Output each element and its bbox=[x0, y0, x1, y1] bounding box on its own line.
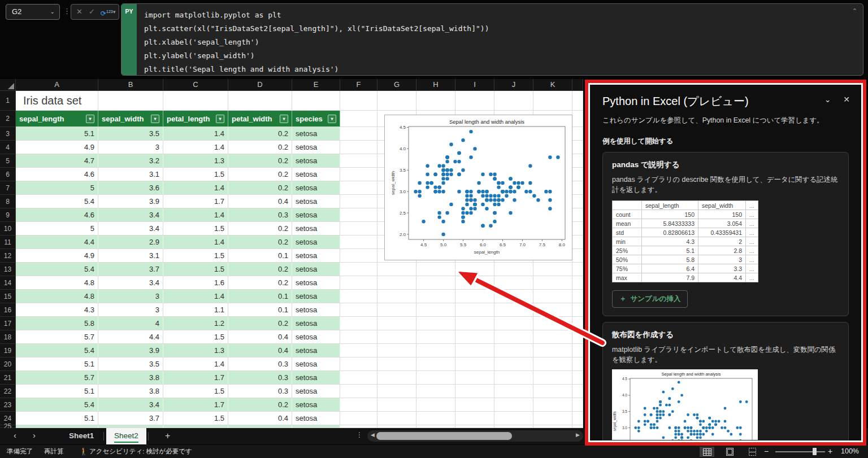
grid-cell[interactable] bbox=[340, 303, 377, 317]
grid-cell[interactable]: setosa bbox=[292, 276, 340, 290]
grid-cell[interactable]: 3.2 bbox=[98, 154, 163, 168]
grid-cell[interactable] bbox=[572, 290, 583, 303]
grid-cell[interactable]: 3.4 bbox=[98, 222, 163, 235]
filter-dropdown-icon[interactable]: ▾ bbox=[328, 115, 336, 123]
grid-cell[interactable] bbox=[377, 303, 416, 317]
grid-cell[interactable]: 3.8 bbox=[98, 371, 163, 385]
grid-cell[interactable]: sepal_length▾ bbox=[16, 111, 98, 127]
grid-cell[interactable]: setosa bbox=[292, 330, 340, 344]
grid-cell[interactable]: 4.3 bbox=[16, 303, 98, 317]
grid-cell[interactable] bbox=[340, 141, 377, 154]
grid-cell[interactable]: 3 bbox=[98, 303, 163, 317]
scroll-right-icon[interactable]: ▶ bbox=[576, 432, 580, 438]
close-icon[interactable]: ✕ bbox=[843, 95, 850, 104]
grid-cell[interactable] bbox=[377, 290, 416, 303]
grid-cell[interactable] bbox=[340, 371, 377, 385]
grid-cell[interactable] bbox=[572, 371, 583, 385]
grid-cell[interactable]: 1.4 bbox=[163, 127, 228, 141]
grid-cell[interactable] bbox=[533, 276, 572, 290]
grid-cell[interactable]: setosa bbox=[292, 317, 340, 330]
grid-cell[interactable]: 5.4 bbox=[16, 344, 98, 357]
sheet-tab-sheet2[interactable]: Sheet2 bbox=[106, 428, 146, 444]
grid-cell[interactable] bbox=[416, 344, 455, 357]
row-header[interactable]: 6 bbox=[0, 168, 16, 181]
grid-cell[interactable]: 4.9 bbox=[16, 141, 98, 154]
grid-cell[interactable] bbox=[340, 357, 377, 371]
grid-cell[interactable]: 4.6 bbox=[16, 208, 98, 222]
formula-code[interactable]: import matplotlib.pyplot as pltplt.scatt… bbox=[144, 8, 846, 73]
grid-cell[interactable]: setosa bbox=[292, 222, 340, 235]
grid-cell[interactable]: 1.5 bbox=[163, 385, 228, 398]
grid-cell[interactable]: 5.4 bbox=[16, 398, 98, 412]
column-header-H[interactable]: H bbox=[416, 79, 455, 91]
row-header[interactable]: 14 bbox=[0, 276, 16, 290]
grid-cell[interactable]: 4.4 bbox=[16, 235, 98, 249]
grid-cell[interactable]: setosa bbox=[292, 398, 340, 412]
grid-cell[interactable] bbox=[494, 91, 533, 111]
row-header[interactable]: 18 bbox=[0, 330, 16, 344]
grid-cell[interactable] bbox=[533, 398, 572, 412]
grid-cell[interactable]: 1.5 bbox=[163, 412, 228, 425]
grid-cell[interactable] bbox=[340, 154, 377, 168]
row-header[interactable]: 16 bbox=[0, 303, 16, 317]
grid-cell[interactable] bbox=[340, 317, 377, 330]
grid-cell[interactable]: 0.3 bbox=[228, 357, 292, 371]
grid-cell[interactable]: setosa bbox=[292, 303, 340, 317]
grid-cell[interactable] bbox=[416, 412, 455, 425]
grid-cell[interactable]: setosa bbox=[292, 371, 340, 385]
grid-cell[interactable]: setosa bbox=[292, 154, 340, 168]
grid-cell[interactable] bbox=[572, 208, 583, 222]
row-header[interactable]: 20 bbox=[0, 357, 16, 371]
grid-cell[interactable]: 5.1 bbox=[16, 127, 98, 141]
grid-cell[interactable]: setosa bbox=[292, 290, 340, 303]
grid-cell[interactable] bbox=[163, 91, 228, 111]
row-header[interactable]: 22 bbox=[0, 385, 16, 398]
grid-cell[interactable] bbox=[572, 111, 583, 127]
grid-cell[interactable]: 4.8 bbox=[16, 276, 98, 290]
filter-dropdown-icon[interactable]: ▾ bbox=[216, 115, 224, 123]
grid-cell[interactable] bbox=[455, 290, 494, 303]
grid-cell[interactable]: setosa bbox=[292, 263, 340, 276]
grid-cell[interactable] bbox=[572, 127, 583, 141]
grid-cell[interactable]: 1.4 bbox=[163, 290, 228, 303]
grid-cell[interactable]: 1.5 bbox=[163, 168, 228, 181]
formula-code-line[interactable]: plt.title('Sepal length and width analys… bbox=[144, 63, 846, 76]
enter-icon[interactable]: ✓ bbox=[89, 5, 95, 19]
column-header-F[interactable]: F bbox=[340, 79, 377, 91]
more-options-icon[interactable]: ⋮ bbox=[356, 431, 363, 439]
grid-cell[interactable] bbox=[416, 276, 455, 290]
grid-cell[interactable] bbox=[340, 398, 377, 412]
grid-cell[interactable] bbox=[572, 263, 583, 276]
grid-cell[interactable]: 3.6 bbox=[98, 181, 163, 195]
grid-cell[interactable]: Iris data set bbox=[16, 91, 98, 111]
grid-cell[interactable] bbox=[377, 398, 416, 412]
grid-cell[interactable] bbox=[377, 317, 416, 330]
grid-cell[interactable]: 3.4 bbox=[98, 276, 163, 290]
grid-cell[interactable]: 3.8 bbox=[98, 385, 163, 398]
grid-cell[interactable] bbox=[340, 412, 377, 425]
grid-cell[interactable] bbox=[494, 276, 533, 290]
filter-dropdown-icon[interactable]: ▾ bbox=[86, 115, 94, 123]
grid-cell[interactable] bbox=[340, 290, 377, 303]
column-header-J[interactable]: J bbox=[494, 79, 533, 91]
grid-cell[interactable]: 1.7 bbox=[163, 398, 228, 412]
grid-cell[interactable]: setosa bbox=[292, 195, 340, 208]
grid-cell[interactable]: 0.2 bbox=[228, 154, 292, 168]
grid-cell[interactable] bbox=[533, 357, 572, 371]
grid-cell[interactable]: 4.8 bbox=[16, 290, 98, 303]
grid-cell[interactable] bbox=[455, 276, 494, 290]
grid-cell[interactable]: 1.4 bbox=[163, 357, 228, 371]
formula-code-line[interactable]: plt.xlabel('sepal_length') bbox=[144, 36, 846, 49]
grid-cell[interactable]: 5 bbox=[16, 181, 98, 195]
grid-cell[interactable]: 0.2 bbox=[228, 317, 292, 330]
grid-cell[interactable]: 5.4 bbox=[16, 263, 98, 276]
name-box[interactable]: G2 ⌄ bbox=[6, 4, 60, 20]
grid-cell[interactable] bbox=[377, 344, 416, 357]
grid-cell[interactable] bbox=[377, 276, 416, 290]
grid-cell[interactable] bbox=[533, 290, 572, 303]
grid-cell[interactable] bbox=[572, 181, 583, 195]
grid-cell[interactable]: setosa bbox=[292, 235, 340, 249]
row-header[interactable]: 1 bbox=[0, 91, 16, 111]
drag-handle-icon[interactable]: ⋮ bbox=[63, 7, 71, 15]
grid-cell[interactable]: species▾ bbox=[292, 111, 340, 127]
